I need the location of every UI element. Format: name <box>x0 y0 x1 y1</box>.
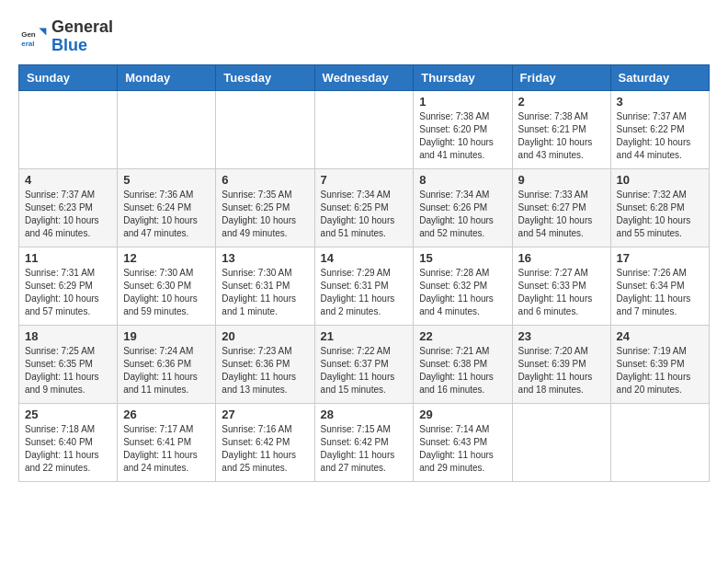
calendar-cell: 1Sunrise: 7:38 AMSunset: 6:20 PMDaylight… <box>414 90 512 168</box>
week-row-5: 25Sunrise: 7:18 AMSunset: 6:40 PMDayligh… <box>19 403 710 481</box>
logo-icon: Gen eral <box>18 22 48 52</box>
calendar-cell <box>512 403 610 481</box>
day-info: Sunrise: 7:32 AMSunset: 6:28 PMDaylight:… <box>617 189 703 240</box>
calendar-cell: 12Sunrise: 7:30 AMSunset: 6:30 PMDayligh… <box>118 247 216 325</box>
day-number: 8 <box>419 173 506 187</box>
calendar-cell: 5Sunrise: 7:36 AMSunset: 6:24 PMDaylight… <box>118 168 216 247</box>
day-info: Sunrise: 7:18 AMSunset: 6:40 PMDaylight:… <box>25 423 111 475</box>
calendar-cell: 4Sunrise: 7:37 AMSunset: 6:23 PMDaylight… <box>19 168 118 247</box>
day-info: Sunrise: 7:34 AMSunset: 6:26 PMDaylight:… <box>419 189 506 240</box>
calendar-cell: 16Sunrise: 7:27 AMSunset: 6:33 PMDayligh… <box>512 247 610 325</box>
day-number: 22 <box>419 329 506 343</box>
calendar-cell <box>216 90 314 168</box>
day-number: 28 <box>321 408 408 421</box>
calendar-cell <box>19 90 118 168</box>
day-info: Sunrise: 7:35 AMSunset: 6:25 PMDaylight:… <box>222 189 308 240</box>
day-info: Sunrise: 7:30 AMSunset: 6:31 PMDaylight:… <box>222 267 308 318</box>
day-number: 18 <box>25 329 111 343</box>
day-number: 6 <box>222 173 308 187</box>
calendar-cell: 15Sunrise: 7:28 AMSunset: 6:32 PMDayligh… <box>414 247 512 325</box>
week-row-1: 1Sunrise: 7:38 AMSunset: 6:20 PMDaylight… <box>19 90 710 168</box>
calendar-cell: 22Sunrise: 7:21 AMSunset: 6:38 PMDayligh… <box>414 325 512 403</box>
calendar-cell: 24Sunrise: 7:19 AMSunset: 6:39 PMDayligh… <box>610 325 709 403</box>
day-number: 7 <box>321 173 408 187</box>
calendar-cell: 17Sunrise: 7:26 AMSunset: 6:34 PMDayligh… <box>610 247 709 325</box>
logo-blue: Blue <box>51 36 87 54</box>
calendar-cell: 25Sunrise: 7:18 AMSunset: 6:40 PMDayligh… <box>19 403 118 481</box>
day-number: 17 <box>617 251 703 265</box>
day-header-sunday: Sunday <box>19 64 118 90</box>
day-number: 4 <box>25 173 111 187</box>
day-info: Sunrise: 7:17 AMSunset: 6:41 PMDaylight:… <box>123 423 210 475</box>
day-number: 21 <box>321 329 408 343</box>
calendar-cell: 21Sunrise: 7:22 AMSunset: 6:37 PMDayligh… <box>314 325 414 403</box>
calendar-cell: 29Sunrise: 7:14 AMSunset: 6:43 PMDayligh… <box>414 403 512 481</box>
day-number: 3 <box>617 95 703 109</box>
logo: Gen eral General Blue <box>18 18 113 55</box>
day-info: Sunrise: 7:37 AMSunset: 6:23 PMDaylight:… <box>25 189 111 240</box>
day-number: 19 <box>123 329 210 343</box>
day-info: Sunrise: 7:19 AMSunset: 6:39 PMDaylight:… <box>617 345 703 396</box>
day-header-wednesday: Wednesday <box>314 64 414 90</box>
day-number: 16 <box>518 251 605 265</box>
day-info: Sunrise: 7:30 AMSunset: 6:30 PMDaylight:… <box>123 267 210 318</box>
day-number: 5 <box>123 173 210 187</box>
day-number: 11 <box>25 251 111 265</box>
calendar-cell <box>118 90 216 168</box>
svg-text:eral: eral <box>21 39 34 47</box>
day-number: 20 <box>222 329 308 343</box>
calendar-cell: 7Sunrise: 7:34 AMSunset: 6:25 PMDaylight… <box>314 168 414 247</box>
calendar-cell: 3Sunrise: 7:37 AMSunset: 6:22 PMDaylight… <box>610 90 709 168</box>
day-info: Sunrise: 7:21 AMSunset: 6:38 PMDaylight:… <box>419 345 506 396</box>
calendar-cell: 27Sunrise: 7:16 AMSunset: 6:42 PMDayligh… <box>216 403 314 481</box>
calendar-cell <box>314 90 414 168</box>
day-info: Sunrise: 7:20 AMSunset: 6:39 PMDaylight:… <box>518 345 605 396</box>
calendar-cell: 19Sunrise: 7:24 AMSunset: 6:36 PMDayligh… <box>118 325 216 403</box>
day-info: Sunrise: 7:33 AMSunset: 6:27 PMDaylight:… <box>518 189 605 240</box>
calendar-cell: 14Sunrise: 7:29 AMSunset: 6:31 PMDayligh… <box>314 247 414 325</box>
week-row-4: 18Sunrise: 7:25 AMSunset: 6:35 PMDayligh… <box>19 325 710 403</box>
calendar-table: SundayMondayTuesdayWednesdayThursdayFrid… <box>18 64 710 482</box>
day-number: 24 <box>617 329 703 343</box>
day-number: 9 <box>518 173 605 187</box>
calendar-cell: 2Sunrise: 7:38 AMSunset: 6:21 PMDaylight… <box>512 90 610 168</box>
calendar-cell: 20Sunrise: 7:23 AMSunset: 6:36 PMDayligh… <box>216 325 314 403</box>
day-number: 1 <box>419 95 506 109</box>
svg-text:Gen: Gen <box>21 30 36 39</box>
logo-general: General <box>51 17 113 36</box>
day-number: 2 <box>518 95 605 109</box>
day-number: 13 <box>222 251 308 265</box>
day-number: 27 <box>222 408 308 421</box>
day-info: Sunrise: 7:36 AMSunset: 6:24 PMDaylight:… <box>123 189 210 240</box>
logo-text: General Blue <box>51 18 113 55</box>
day-number: 10 <box>617 173 703 187</box>
day-info: Sunrise: 7:25 AMSunset: 6:35 PMDaylight:… <box>25 345 111 396</box>
day-number: 23 <box>518 329 605 343</box>
page-header: Gen eral General Blue <box>18 18 710 55</box>
day-info: Sunrise: 7:23 AMSunset: 6:36 PMDaylight:… <box>222 345 308 396</box>
calendar-cell: 13Sunrise: 7:30 AMSunset: 6:31 PMDayligh… <box>216 247 314 325</box>
day-info: Sunrise: 7:29 AMSunset: 6:31 PMDaylight:… <box>321 267 408 318</box>
day-number: 26 <box>123 408 210 421</box>
calendar-cell: 11Sunrise: 7:31 AMSunset: 6:29 PMDayligh… <box>19 247 118 325</box>
day-info: Sunrise: 7:16 AMSunset: 6:42 PMDaylight:… <box>222 423 308 475</box>
calendar-cell: 8Sunrise: 7:34 AMSunset: 6:26 PMDaylight… <box>414 168 512 247</box>
day-header-saturday: Saturday <box>610 64 709 90</box>
calendar-cell: 26Sunrise: 7:17 AMSunset: 6:41 PMDayligh… <box>118 403 216 481</box>
day-header-thursday: Thursday <box>414 64 512 90</box>
calendar-cell: 6Sunrise: 7:35 AMSunset: 6:25 PMDaylight… <box>216 168 314 247</box>
day-header-friday: Friday <box>512 64 610 90</box>
day-info: Sunrise: 7:38 AMSunset: 6:21 PMDaylight:… <box>518 110 605 162</box>
day-info: Sunrise: 7:15 AMSunset: 6:42 PMDaylight:… <box>321 423 408 475</box>
day-info: Sunrise: 7:34 AMSunset: 6:25 PMDaylight:… <box>321 189 408 240</box>
day-info: Sunrise: 7:27 AMSunset: 6:33 PMDaylight:… <box>518 267 605 318</box>
day-header-tuesday: Tuesday <box>216 64 314 90</box>
day-info: Sunrise: 7:37 AMSunset: 6:22 PMDaylight:… <box>617 110 703 162</box>
week-row-2: 4Sunrise: 7:37 AMSunset: 6:23 PMDaylight… <box>19 168 710 247</box>
day-info: Sunrise: 7:38 AMSunset: 6:20 PMDaylight:… <box>419 110 506 162</box>
day-info: Sunrise: 7:28 AMSunset: 6:32 PMDaylight:… <box>419 267 506 318</box>
week-row-3: 11Sunrise: 7:31 AMSunset: 6:29 PMDayligh… <box>19 247 710 325</box>
calendar-cell: 9Sunrise: 7:33 AMSunset: 6:27 PMDaylight… <box>512 168 610 247</box>
day-number: 15 <box>419 251 506 265</box>
day-info: Sunrise: 7:26 AMSunset: 6:34 PMDaylight:… <box>617 267 703 318</box>
